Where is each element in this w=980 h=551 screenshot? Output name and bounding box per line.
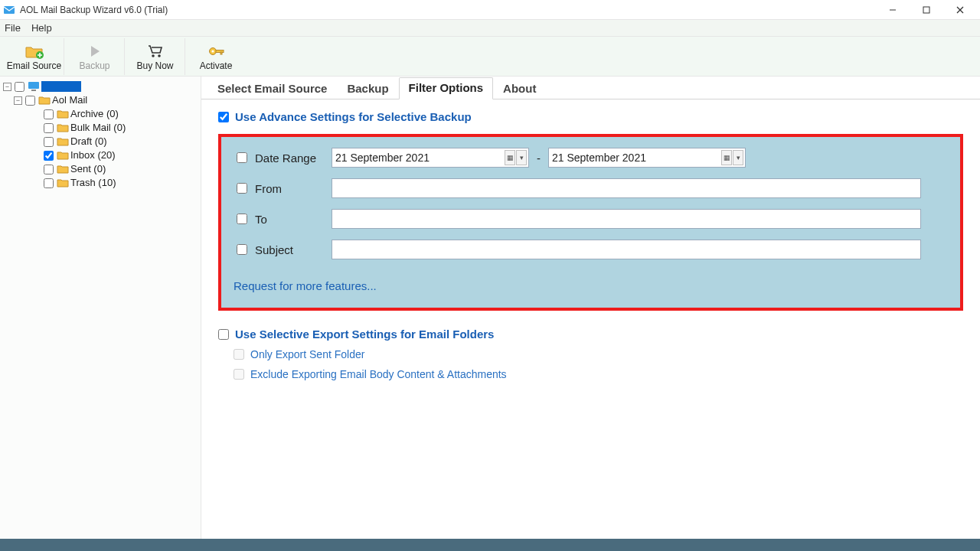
tab-about[interactable]: About xyxy=(493,78,546,99)
cart-icon xyxy=(145,43,165,60)
chevron-down-icon[interactable]: ▾ xyxy=(516,150,527,165)
tree-draft-checkbox[interactable] xyxy=(44,137,54,147)
date-to-input[interactable]: 21 September 2021 ▦ ▾ xyxy=(548,148,746,168)
toolbar-activate-label: Activate xyxy=(200,60,233,71)
svg-point-7 xyxy=(158,54,161,57)
toolbar-activate[interactable]: Activate xyxy=(186,38,246,75)
svg-rect-2 xyxy=(923,7,929,13)
svg-point-9 xyxy=(211,50,214,52)
date-range-dash: - xyxy=(537,152,541,165)
folder-icon xyxy=(57,136,69,147)
selective-export-label: Use Selective Export Settings for Email … xyxy=(235,328,494,341)
folder-icon xyxy=(57,109,69,119)
exclude-body-label: Exclude Exporting Email Body Content & A… xyxy=(250,368,507,380)
tree-sent-label: Sent (0) xyxy=(70,162,106,176)
toolbar-backup[interactable]: Backup xyxy=(65,38,125,75)
tree-bulk-checkbox[interactable] xyxy=(44,123,54,133)
tree-folder-sent[interactable]: Sent (0) xyxy=(32,162,198,176)
menu-help[interactable]: Help xyxy=(31,22,52,34)
from-label: From xyxy=(255,182,332,195)
advance-settings-label: Use Advance Settings for Selective Backu… xyxy=(235,110,472,123)
menu-file[interactable]: File xyxy=(5,22,21,34)
window-titlebar: AOL Mail Backup Wizard v6.0 (Trial) xyxy=(0,0,980,20)
tree-sent-checkbox[interactable] xyxy=(44,165,54,174)
request-features-link[interactable]: Request for more features... xyxy=(234,279,377,292)
toolbar-email-source[interactable]: Email Source xyxy=(5,38,64,75)
tab-select-email-source[interactable]: Select Email Source xyxy=(207,78,337,99)
svg-rect-13 xyxy=(31,90,36,91)
from-checkbox[interactable] xyxy=(237,183,247,194)
window-close-button[interactable] xyxy=(943,0,977,20)
filter-subject-row: Subject xyxy=(234,240,948,259)
to-input[interactable] xyxy=(332,209,921,229)
calendar-icon[interactable]: ▦ xyxy=(721,150,732,165)
subject-checkbox[interactable] xyxy=(237,244,247,255)
toolbar: Email Source Backup Buy Now Activate xyxy=(0,37,980,77)
filter-box: Date Range 21 September 2021 ▦ ▾ - 21 Se… xyxy=(218,134,963,311)
main-panel: Select Email Source Backup Filter Option… xyxy=(201,77,980,539)
tree-inbox-checkbox[interactable] xyxy=(44,151,54,161)
folder-tree[interactable]: − − xyxy=(3,80,198,190)
exclude-body-checkbox[interactable] xyxy=(234,369,244,380)
tree-folder-draft[interactable]: Draft (0) xyxy=(32,135,198,148)
advance-settings-row: Use Advance Settings for Selective Backu… xyxy=(218,110,963,123)
key-icon xyxy=(206,43,226,60)
tree-folder-bulk[interactable]: Bulk Mail (0) xyxy=(32,121,198,135)
exclude-body-row: Exclude Exporting Email Body Content & A… xyxy=(234,368,963,380)
calendar-icon[interactable]: ▦ xyxy=(505,150,515,165)
folder-icon xyxy=(57,178,69,188)
to-checkbox[interactable] xyxy=(237,214,247,224)
filter-options-content: Use Advance Settings for Selective Backu… xyxy=(201,99,980,391)
only-sent-checkbox[interactable] xyxy=(234,349,244,360)
tree-bulk-label: Bulk Mail (0) xyxy=(70,121,126,135)
svg-rect-11 xyxy=(220,52,222,54)
menubar: File Help xyxy=(0,20,980,37)
tree-aol-mail[interactable]: − Aol Mail xyxy=(14,93,198,107)
computer-icon xyxy=(28,81,40,92)
collapse-icon[interactable]: − xyxy=(3,83,11,91)
date-from-value: 21 September 2021 xyxy=(335,152,430,164)
tree-draft-label: Draft (0) xyxy=(70,135,107,148)
from-input[interactable] xyxy=(332,178,921,198)
collapse-icon[interactable]: − xyxy=(14,96,22,105)
tree-root-checkbox[interactable] xyxy=(15,82,24,92)
toolbar-buy-now-label: Buy Now xyxy=(136,60,173,71)
tab-bar: Select Email Source Backup Filter Option… xyxy=(201,78,980,99)
date-range-checkbox[interactable] xyxy=(237,152,247,163)
to-label: To xyxy=(255,213,332,226)
folder-add-icon xyxy=(24,43,44,60)
tab-backup[interactable]: Backup xyxy=(337,78,398,99)
tree-root-label xyxy=(41,81,81,92)
tree-trash-checkbox[interactable] xyxy=(44,178,54,188)
selective-export-checkbox[interactable] xyxy=(218,329,229,340)
toolbar-buy-now[interactable]: Buy Now xyxy=(126,38,185,75)
status-bar xyxy=(0,539,980,551)
tree-root[interactable]: − xyxy=(3,80,198,93)
window-minimize-button[interactable] xyxy=(876,0,910,20)
tree-folder-inbox[interactable]: Inbox (20) xyxy=(32,148,198,162)
tree-inbox-label: Inbox (20) xyxy=(70,148,116,162)
svg-point-6 xyxy=(152,54,155,57)
tree-aol-mail-label: Aol Mail xyxy=(52,93,87,107)
only-sent-label: Only Export Sent Folder xyxy=(250,348,364,360)
date-from-input[interactable]: 21 September 2021 ▦ ▾ xyxy=(332,148,529,168)
tree-folder-archive[interactable]: Archive (0) xyxy=(32,107,198,121)
tree-archive-checkbox[interactable] xyxy=(44,109,54,119)
toolbar-email-source-label: Email Source xyxy=(7,60,61,71)
tree-archive-label: Archive (0) xyxy=(70,107,119,121)
date-to-value: 21 September 2021 xyxy=(552,152,646,164)
tree-aolmail-checkbox[interactable] xyxy=(25,96,35,106)
advance-settings-checkbox[interactable] xyxy=(218,112,229,122)
svg-rect-0 xyxy=(4,6,15,14)
chevron-down-icon[interactable]: ▾ xyxy=(733,150,743,165)
window-maximize-button[interactable] xyxy=(910,0,943,20)
folder-icon xyxy=(57,122,69,133)
subject-input[interactable] xyxy=(332,240,921,259)
tab-filter-options[interactable]: Filter Options xyxy=(399,77,494,99)
selective-export-row: Use Selective Export Settings for Email … xyxy=(218,328,963,341)
tree-folder-trash[interactable]: Trash (10) xyxy=(32,176,198,190)
filter-date-range-row: Date Range 21 September 2021 ▦ ▾ - 21 Se… xyxy=(234,148,948,168)
folder-open-icon xyxy=(38,95,51,106)
toolbar-backup-label: Backup xyxy=(79,60,109,71)
filter-from-row: From xyxy=(234,178,948,198)
